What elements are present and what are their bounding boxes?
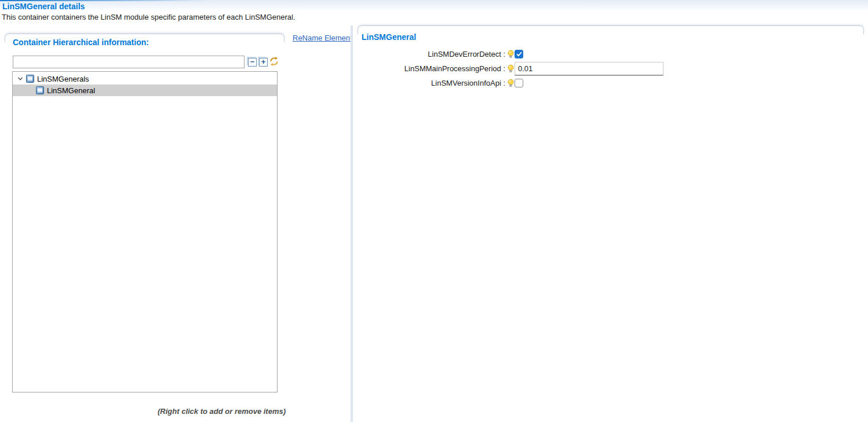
panel-sash[interactable] — [351, 25, 353, 422]
expand-all-button[interactable]: + — [259, 58, 268, 67]
linsmgeneral-title: LinSMGeneral — [362, 32, 416, 42]
parameter-fields: LinSMDevErrorDetect : LinSMMainProcessin… — [358, 47, 864, 90]
page-description: This container containers the LinSM modu… — [2, 13, 296, 21]
check-icon — [516, 52, 522, 57]
bulb-icon — [508, 79, 514, 87]
collapse-all-button[interactable]: − — [248, 58, 257, 67]
tree-item-linsmgeneral[interactable]: LinSMGeneral — [13, 85, 277, 96]
refresh-icon — [269, 56, 279, 67]
field-label: LinSMVersionInfoApi : — [358, 79, 506, 87]
container-hierarchy-tree: LinSMGenerals LinSMGeneral — [12, 71, 278, 392]
container-hierarchy-title: Container Hierarchical information: — [13, 38, 149, 47]
bulb-icon — [508, 50, 514, 58]
collapse-all-icon: − — [250, 57, 255, 66]
container-node-icon — [36, 86, 44, 94]
header-accent-line — [0, 0, 209, 1]
field-row-mainProcessingPeriod: LinSMMainProcessingPeriod : — [358, 61, 864, 76]
rename-element-link[interactable]: ReName Element — [293, 34, 352, 42]
chevron-down-icon[interactable] — [17, 76, 23, 82]
tree-item-linsmgenerals[interactable]: LinSMGenerals — [13, 73, 277, 85]
field-label: LinSMMainProcessingPeriod : — [358, 64, 506, 73]
tree-item-label: LinSMGeneral — [47, 86, 95, 95]
mainProcessingPeriod-input[interactable] — [515, 62, 663, 76]
versionInfoApi-checkbox[interactable] — [515, 79, 523, 87]
field-row-devErrorDetect: LinSMDevErrorDetect : — [358, 47, 864, 61]
container-hierarchy-groupbox: Container Hierarchical information: — [5, 34, 285, 45]
field-row-versionInfoApi: LinSMVersionInfoApi : — [358, 76, 864, 90]
bulb-icon — [508, 64, 514, 73]
page-title: LinSMGeneral details — [2, 2, 85, 11]
field-label: LinSMDevErrorDetect : — [358, 50, 506, 58]
header-gradient — [0, 0, 868, 12]
container-node-icon — [26, 75, 34, 83]
refresh-button[interactable] — [269, 56, 279, 67]
linsmgeneral-groupbox: LinSMGeneral — [358, 25, 864, 37]
tree-filter-input[interactable] — [13, 56, 245, 68]
expand-all-icon: + — [261, 57, 266, 66]
tree-hint: (Right click to add or remove items) — [158, 407, 286, 416]
devErrorDetect-checkbox[interactable] — [515, 50, 523, 58]
tree-item-label: LinSMGenerals — [37, 75, 89, 83]
